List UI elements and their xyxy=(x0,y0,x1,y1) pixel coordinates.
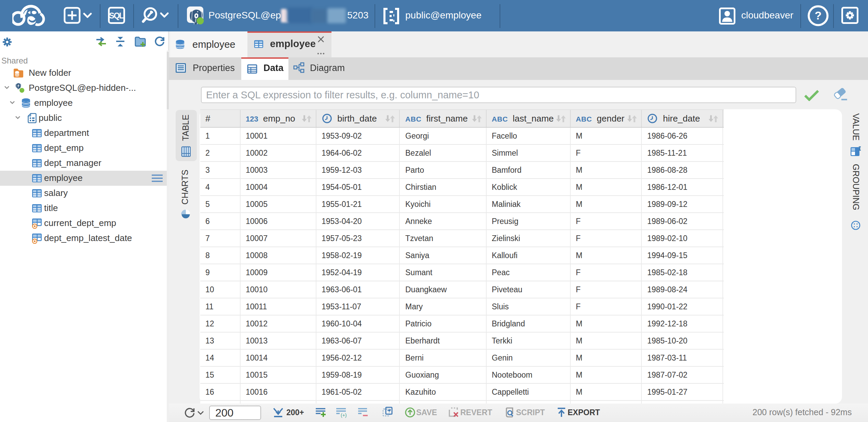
svg-text:SQL: SQL xyxy=(109,11,124,20)
svg-text:?: ? xyxy=(815,9,822,22)
svg-text:(+): (+) xyxy=(341,412,347,418)
